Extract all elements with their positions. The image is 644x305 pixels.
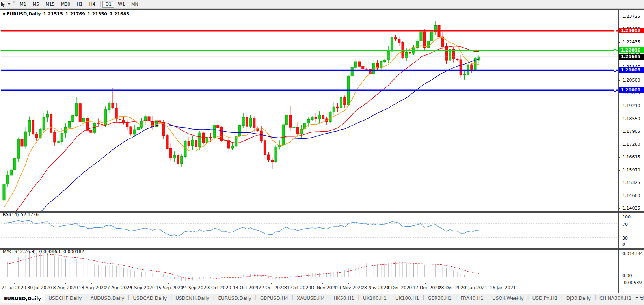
price-tick-label: 1.17905	[622, 129, 644, 134]
price-tick-mark	[619, 93, 620, 93]
date-axis-label: 10 Nov 2020	[310, 285, 337, 290]
hline-price-label: 1.23002	[619, 28, 644, 33]
date-axis-label: 18 Aug 2020	[79, 285, 106, 290]
hline-price-label: 1.20001	[619, 87, 644, 93]
collapse-triangle-icon[interactable]: ▼	[3, 13, 5, 16]
timeframe-button-h1[interactable]: H1	[74, 1, 86, 8]
chart-tab-audusd-daily[interactable]: AUDUSD,Daily	[87, 294, 128, 303]
price-axis-separator	[618, 10, 619, 293]
price-tick-label: 1.22435	[622, 39, 644, 45]
chart-tab-uk100-h1[interactable]: UK100,H1	[392, 294, 423, 303]
panel-separator-rsi[interactable]	[0, 211, 644, 213]
date-axis-label: 31 Oct 2020	[284, 285, 311, 290]
date-axis-label: 8 Aug 2020	[53, 285, 78, 290]
tab-nav: ◄ ►	[634, 295, 643, 299]
chart-tab-uk100-h1[interactable]: UK100,H1	[359, 294, 390, 303]
macd-main-value: -0.000868	[38, 249, 60, 254]
price-tick-mark	[619, 80, 620, 81]
rsi-label: RSI(14)52.1726	[3, 212, 41, 217]
price-tick-label: 1.18550	[622, 116, 644, 121]
chart-title: ▼EURUSD,Daily1.215151.217691.213501.2168…	[3, 11, 132, 17]
timeframe-button-m1[interactable]: M1	[17, 1, 29, 8]
cursor-tool-icon[interactable]	[0, 1, 8, 8]
chart-tab-china300-h1[interactable]: CHINA300,H1	[596, 294, 635, 303]
chart-tab-usdchf-daily[interactable]: USDCHF,Daily	[45, 294, 85, 303]
date-tick-mark	[117, 283, 117, 284]
timeframe-button-d1[interactable]: D1	[102, 1, 114, 8]
macd-label: MACD(12,26,9)-0.000868-0.000182	[3, 249, 86, 254]
timeframe-button-m5[interactable]: M5	[30, 1, 42, 8]
chart-tab-fra40-h1[interactable]: FRA40,H1	[457, 294, 487, 303]
price-tick-label: 1.19210	[622, 103, 644, 108]
date-axis-label: 16 Jan 2021	[490, 285, 516, 290]
hline-handle[interactable]	[614, 30, 616, 32]
price-tick-label: 1.14680	[622, 193, 644, 198]
ohlc-close: 1.21685	[110, 11, 129, 17]
date-tick-mark	[194, 283, 194, 284]
date-tick-mark	[425, 283, 426, 284]
hline-handle[interactable]	[614, 89, 616, 92]
price-tick-mark	[619, 170, 620, 171]
macd-panel[interactable]	[1, 250, 618, 283]
date-axis-separator	[0, 283, 644, 283]
date-tick-mark	[168, 283, 169, 284]
chart-tab-xauusd-h4[interactable]: XAUUSD,H4	[293, 294, 328, 303]
timeframe-button-mn[interactable]: MN	[128, 1, 141, 8]
chart-tab-dj30-daily[interactable]: DJ30,Daily	[563, 294, 594, 303]
price-tick-label: 1.14035	[622, 206, 644, 211]
price-tick-label: 1.17260	[622, 142, 644, 147]
rsi-panel[interactable]	[1, 213, 618, 249]
date-tick-mark	[374, 283, 374, 284]
timeframe-button-m30[interactable]: M30	[58, 1, 73, 8]
date-tick-mark	[477, 283, 477, 284]
chart-tab-bar: EURUSD,DailyUSDCHF,Daily|AUDUSD,Daily|US…	[0, 294, 644, 305]
chart-tab-hk50-h1[interactable]: HK50,H1	[330, 294, 358, 303]
timeframe-button-w1[interactable]: W1	[115, 1, 128, 8]
hline-handle[interactable]	[614, 49, 616, 52]
date-tick-mark	[14, 283, 15, 284]
date-axis-label: 30 Jul 2020	[27, 285, 52, 290]
price-tick-mark	[619, 119, 620, 119]
date-tick-mark	[451, 283, 451, 284]
price-tick-mark	[619, 157, 620, 158]
chart-tab-ger30-h1[interactable]: GER30,H1	[424, 294, 455, 303]
tab-scroll-left-icon[interactable]: ◄	[635, 295, 638, 299]
price-tick-label: 1.15325	[622, 180, 644, 185]
ohlc-open: 1.21515	[43, 11, 63, 17]
date-axis-label: 21 Jul 2020	[2, 285, 26, 290]
price-tick-mark	[619, 183, 620, 183]
tab-scroll-right-icon[interactable]: ►	[640, 295, 643, 299]
chart-tab-eurusd-daily[interactable]: EURUSD,Daily	[214, 294, 255, 303]
rsi-axis-label: 100	[622, 214, 631, 219]
date-tick-mark	[348, 283, 349, 284]
date-tick-mark	[246, 283, 246, 284]
chart-tab-gbpusd-h4[interactable]: GBPUSD,H4	[257, 294, 292, 303]
macd-signal-value: -0.000182	[62, 249, 84, 254]
timeframe-button-m15[interactable]: M15	[43, 1, 58, 8]
price-tick-mark	[619, 208, 620, 209]
chart-window: ▼EURUSD,Daily1.215151.217691.213501.2168…	[0, 9, 644, 293]
chart-tab-usdcad-daily[interactable]: USDCAD,Daily	[129, 294, 170, 303]
price-tick-label: 1.23725	[622, 14, 644, 19]
price-tick-mark	[619, 106, 620, 106]
cursor-tool-dropdown-icon[interactable]: ▼	[8, 2, 10, 6]
date-tick-mark	[503, 283, 503, 284]
rsi-value: 52.1726	[20, 212, 39, 217]
macd-axis-label: 0.00	[622, 273, 632, 278]
chart-tab-usdjpy-h1[interactable]: USDJPY,H1	[529, 294, 561, 303]
date-axis-label: 22 Oct 2020	[259, 285, 285, 290]
rsi-axis-label: 0	[622, 242, 625, 247]
chart-tab-usoil-weekly[interactable]: USOil,Weekly	[489, 294, 527, 303]
date-axis-label: 27 Aug 2020	[104, 285, 132, 290]
hline-handle[interactable]	[614, 69, 616, 72]
chart-tab-usdcnh-daily[interactable]: USDCNH,Daily	[172, 294, 213, 303]
date-tick-mark	[143, 283, 143, 284]
chart-tab-eurusd-daily[interactable]: EURUSD,Daily	[0, 294, 45, 303]
timeframe-button-h4[interactable]: H4	[86, 1, 98, 8]
current-price-label: 1.21685	[619, 54, 644, 60]
ohlc-high: 1.21769	[65, 11, 85, 17]
macd-axis-label: 0.014384	[622, 251, 643, 256]
date-axis-label: 13 Oct 2020	[233, 285, 260, 290]
price-chart[interactable]	[1, 10, 618, 211]
panel-separator-macd[interactable]	[0, 248, 644, 250]
